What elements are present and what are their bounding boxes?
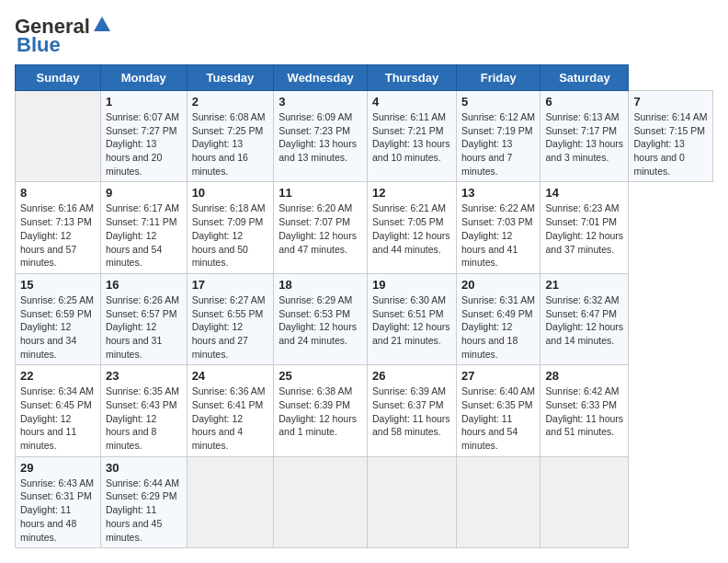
day-info: Sunrise: 6:18 AMSunset: 7:09 PMDaylight:… <box>192 201 269 269</box>
day-info: Sunrise: 6:39 AMSunset: 6:37 PMDaylight:… <box>372 385 451 439</box>
calendar-cell: 28Sunrise: 6:42 AMSunset: 6:33 PMDayligh… <box>540 365 629 456</box>
calendar-cell: 10Sunrise: 6:18 AMSunset: 7:09 PMDayligh… <box>187 182 274 273</box>
calendar-cell: 17Sunrise: 6:27 AMSunset: 6:55 PMDayligh… <box>187 273 274 364</box>
calendar-cell: 21Sunrise: 6:32 AMSunset: 6:47 PMDayligh… <box>540 273 629 364</box>
calendar-cell <box>16 91 101 182</box>
page-header: General Blue <box>15 15 713 57</box>
day-info: Sunrise: 6:23 AMSunset: 7:01 PMDaylight:… <box>545 201 623 256</box>
day-info: Sunrise: 6:44 AMSunset: 6:29 PMDaylight:… <box>106 477 182 544</box>
calendar-table: SundayMondayTuesdayWednesdayThursdayFrid… <box>15 64 713 548</box>
day-info: Sunrise: 6:14 AMSunset: 7:15 PMDaylight:… <box>633 110 708 178</box>
day-info: Sunrise: 6:12 AMSunset: 7:19 PMDaylight:… <box>461 110 535 178</box>
day-info: Sunrise: 6:11 AMSunset: 7:21 PMDaylight:… <box>372 110 451 165</box>
day-info: Sunrise: 6:31 AMSunset: 6:49 PMDaylight:… <box>461 293 535 361</box>
day-info: Sunrise: 6:17 AMSunset: 7:11 PMDaylight:… <box>106 201 182 269</box>
day-info: Sunrise: 6:09 AMSunset: 7:23 PMDaylight:… <box>279 110 362 165</box>
col-header-wednesday: Wednesday <box>274 65 368 91</box>
calendar-cell: 5Sunrise: 6:12 AMSunset: 7:19 PMDaylight… <box>456 91 540 182</box>
calendar-cell <box>540 456 629 547</box>
calendar-cell: 7Sunrise: 6:14 AMSunset: 7:15 PMDaylight… <box>629 91 713 182</box>
col-header-sunday: Sunday <box>16 65 101 91</box>
day-number: 20 <box>461 278 535 292</box>
day-info: Sunrise: 6:36 AMSunset: 6:41 PMDaylight:… <box>192 385 269 452</box>
day-number: 14 <box>545 186 623 200</box>
calendar-cell: 11Sunrise: 6:20 AMSunset: 7:07 PMDayligh… <box>274 182 368 273</box>
calendar-cell <box>456 456 540 547</box>
day-number: 6 <box>545 95 623 109</box>
day-info: Sunrise: 6:40 AMSunset: 6:35 PMDaylight:… <box>461 385 535 452</box>
calendar-cell: 2Sunrise: 6:08 AMSunset: 7:25 PMDaylight… <box>187 91 274 182</box>
day-number: 5 <box>461 95 535 109</box>
logo-text-blue: Blue <box>17 33 61 57</box>
day-number: 29 <box>20 461 96 475</box>
calendar-cell: 30Sunrise: 6:44 AMSunset: 6:29 PMDayligh… <box>100 456 187 547</box>
day-number: 7 <box>633 95 708 109</box>
calendar-cell: 12Sunrise: 6:21 AMSunset: 7:05 PMDayligh… <box>367 182 456 273</box>
day-info: Sunrise: 6:20 AMSunset: 7:07 PMDaylight:… <box>279 201 362 256</box>
calendar-cell: 18Sunrise: 6:29 AMSunset: 6:53 PMDayligh… <box>274 273 368 364</box>
day-number: 26 <box>372 369 451 383</box>
day-info: Sunrise: 6:30 AMSunset: 6:51 PMDaylight:… <box>372 293 451 348</box>
day-info: Sunrise: 6:25 AMSunset: 6:59 PMDaylight:… <box>20 293 96 361</box>
calendar-cell: 3Sunrise: 6:09 AMSunset: 7:23 PMDaylight… <box>274 91 368 182</box>
calendar-cell: 15Sunrise: 6:25 AMSunset: 6:59 PMDayligh… <box>16 273 101 364</box>
day-info: Sunrise: 6:42 AMSunset: 6:33 PMDaylight:… <box>545 385 623 439</box>
calendar-cell: 23Sunrise: 6:35 AMSunset: 6:43 PMDayligh… <box>100 365 187 456</box>
day-info: Sunrise: 6:22 AMSunset: 7:03 PMDaylight:… <box>461 201 535 269</box>
col-header-monday: Monday <box>100 65 187 91</box>
day-number: 25 <box>279 369 362 383</box>
day-number: 21 <box>545 278 623 292</box>
logo: General Blue <box>15 15 112 57</box>
calendar-cell: 1Sunrise: 6:07 AMSunset: 7:27 PMDaylight… <box>100 91 187 182</box>
calendar-cell: 29Sunrise: 6:43 AMSunset: 6:31 PMDayligh… <box>16 456 101 547</box>
calendar-cell: 20Sunrise: 6:31 AMSunset: 6:49 PMDayligh… <box>456 273 540 364</box>
col-header-friday: Friday <box>456 65 540 91</box>
calendar-cell: 27Sunrise: 6:40 AMSunset: 6:35 PMDayligh… <box>456 365 540 456</box>
col-header-tuesday: Tuesday <box>187 65 274 91</box>
calendar-cell: 19Sunrise: 6:30 AMSunset: 6:51 PMDayligh… <box>367 273 456 364</box>
day-info: Sunrise: 6:08 AMSunset: 7:25 PMDaylight:… <box>192 110 269 178</box>
day-info: Sunrise: 6:27 AMSunset: 6:55 PMDaylight:… <box>192 293 269 361</box>
day-info: Sunrise: 6:29 AMSunset: 6:53 PMDaylight:… <box>279 293 362 348</box>
day-info: Sunrise: 6:38 AMSunset: 6:39 PMDaylight:… <box>279 385 362 439</box>
svg-marker-0 <box>94 17 110 31</box>
logo-icon <box>92 15 112 35</box>
calendar-cell: 14Sunrise: 6:23 AMSunset: 7:01 PMDayligh… <box>540 182 629 273</box>
day-number: 13 <box>461 186 535 200</box>
calendar-cell <box>274 456 368 547</box>
calendar-cell: 16Sunrise: 6:26 AMSunset: 6:57 PMDayligh… <box>100 273 187 364</box>
day-number: 8 <box>20 186 96 200</box>
day-number: 1 <box>106 95 182 109</box>
day-number: 3 <box>279 95 362 109</box>
day-info: Sunrise: 6:32 AMSunset: 6:47 PMDaylight:… <box>545 293 623 348</box>
day-number: 11 <box>279 186 362 200</box>
day-number: 19 <box>372 278 451 292</box>
day-number: 17 <box>192 278 269 292</box>
calendar-cell: 26Sunrise: 6:39 AMSunset: 6:37 PMDayligh… <box>367 365 456 456</box>
calendar-cell: 24Sunrise: 6:36 AMSunset: 6:41 PMDayligh… <box>187 365 274 456</box>
day-number: 10 <box>192 186 269 200</box>
day-number: 27 <box>461 369 535 383</box>
day-number: 9 <box>106 186 182 200</box>
calendar-cell: 4Sunrise: 6:11 AMSunset: 7:21 PMDaylight… <box>367 91 456 182</box>
day-number: 2 <box>192 95 269 109</box>
day-number: 23 <box>106 369 182 383</box>
day-number: 16 <box>106 278 182 292</box>
calendar-cell: 6Sunrise: 6:13 AMSunset: 7:17 PMDaylight… <box>540 91 629 182</box>
day-info: Sunrise: 6:26 AMSunset: 6:57 PMDaylight:… <box>106 293 182 361</box>
day-info: Sunrise: 6:16 AMSunset: 7:13 PMDaylight:… <box>20 201 96 269</box>
calendar-cell: 13Sunrise: 6:22 AMSunset: 7:03 PMDayligh… <box>456 182 540 273</box>
day-info: Sunrise: 6:07 AMSunset: 7:27 PMDaylight:… <box>106 110 182 178</box>
day-number: 24 <box>192 369 269 383</box>
day-number: 28 <box>545 369 623 383</box>
calendar-cell: 9Sunrise: 6:17 AMSunset: 7:11 PMDaylight… <box>100 182 187 273</box>
day-number: 15 <box>20 278 96 292</box>
day-info: Sunrise: 6:35 AMSunset: 6:43 PMDaylight:… <box>106 385 182 452</box>
day-number: 4 <box>372 95 451 109</box>
day-number: 12 <box>372 186 451 200</box>
day-info: Sunrise: 6:34 AMSunset: 6:45 PMDaylight:… <box>20 385 96 452</box>
day-info: Sunrise: 6:43 AMSunset: 6:31 PMDaylight:… <box>20 477 96 544</box>
day-info: Sunrise: 6:13 AMSunset: 7:17 PMDaylight:… <box>545 110 623 165</box>
col-header-saturday: Saturday <box>540 65 629 91</box>
calendar-cell: 25Sunrise: 6:38 AMSunset: 6:39 PMDayligh… <box>274 365 368 456</box>
